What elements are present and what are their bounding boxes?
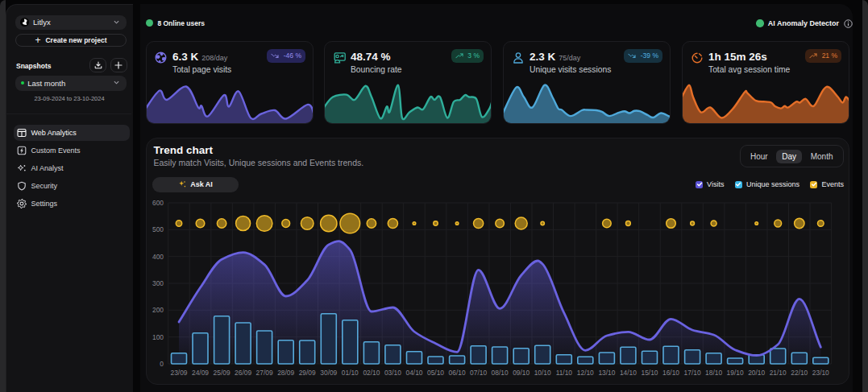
svg-text:24/09: 24/09 (192, 369, 209, 377)
svg-text:20/10: 20/10 (748, 369, 765, 377)
svg-text:30/09: 30/09 (320, 369, 337, 377)
svg-text:17/10: 17/10 (684, 369, 701, 377)
svg-text:500: 500 (152, 225, 164, 233)
svg-text:100: 100 (152, 333, 164, 341)
svg-text:04/10: 04/10 (406, 369, 423, 377)
svg-text:14/10: 14/10 (620, 369, 637, 377)
svg-text:300: 300 (152, 279, 164, 287)
svg-text:23/10: 23/10 (812, 369, 829, 377)
svg-text:22/10: 22/10 (791, 369, 808, 377)
svg-text:15/10: 15/10 (642, 369, 658, 377)
svg-text:05/10: 05/10 (427, 369, 444, 377)
svg-text:09/10: 09/10 (513, 369, 530, 377)
svg-text:16/10: 16/10 (662, 369, 679, 377)
svg-text:29/09: 29/09 (299, 369, 316, 377)
svg-text:26/09: 26/09 (235, 369, 251, 377)
svg-text:19/10: 19/10 (727, 369, 744, 377)
svg-text:18/10: 18/10 (705, 369, 722, 377)
svg-text:06/10: 06/10 (449, 369, 466, 377)
svg-text:03/10: 03/10 (384, 369, 401, 377)
svg-text:13/10: 13/10 (598, 369, 615, 377)
svg-text:01/10: 01/10 (342, 369, 359, 377)
svg-text:400: 400 (152, 253, 164, 261)
svg-text:12/10: 12/10 (577, 369, 594, 377)
svg-text:07/10: 07/10 (470, 369, 487, 377)
svg-text:08/10: 08/10 (492, 369, 509, 377)
svg-text:25/09: 25/09 (214, 369, 230, 377)
svg-text:23/09: 23/09 (171, 369, 188, 377)
svg-text:200: 200 (152, 306, 164, 314)
svg-text:600: 600 (152, 199, 164, 207)
svg-text:02/10: 02/10 (363, 369, 380, 377)
svg-text:27/09: 27/09 (256, 369, 273, 377)
svg-text:0: 0 (160, 360, 164, 368)
svg-text:21/10: 21/10 (770, 369, 787, 377)
svg-text:28/09: 28/09 (277, 369, 294, 377)
svg-text:11/10: 11/10 (556, 369, 573, 377)
svg-text:10/10: 10/10 (534, 369, 551, 377)
